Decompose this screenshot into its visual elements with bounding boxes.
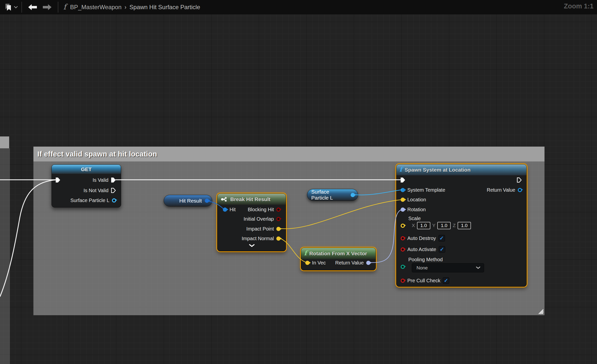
get-isnotvalid-label: Is Not Valid — [83, 188, 108, 193]
spawn-rotation-row[interactable]: Rotation — [401, 205, 426, 214]
scale-y-input[interactable]: 1.0 — [437, 222, 451, 229]
object-pin-icon[interactable] — [112, 198, 116, 203]
pooling-method-dropdown[interactable]: None — [412, 263, 484, 272]
break-title: Break Hit Result — [230, 196, 270, 202]
spawn-autoactivate-label: Auto Activate — [407, 247, 436, 252]
spawn-returnvalue-row[interactable]: Return Value — [467, 186, 522, 194]
vector-pin-icon[interactable] — [276, 227, 281, 231]
object-pin-icon[interactable] — [205, 199, 209, 203]
spawn-title: Spawn System at Location — [405, 167, 470, 173]
comment-header[interactable]: If effect valid spawn at hit location — [33, 147, 545, 161]
toolbar-divider — [58, 2, 58, 13]
spawn-autodestroy-row[interactable]: Auto Destroy ✓ — [401, 234, 445, 242]
spawn-location-row[interactable]: Location — [401, 195, 426, 204]
spawn-exec-in-pin[interactable] — [400, 176, 405, 184]
rfxv-title: Rotation From X Vector — [309, 251, 367, 257]
enum-pin-icon[interactable] — [401, 265, 405, 269]
spawn-autoactivate-row[interactable]: Auto Activate ✓ — [401, 245, 445, 254]
expand-chevron-icon[interactable] — [249, 244, 255, 247]
breadcrumb-separator: › — [125, 4, 127, 11]
spawn-poolingmethod-label: Pooling Method — [408, 257, 443, 262]
vector-pin-icon[interactable] — [276, 236, 281, 241]
chevron-down-icon — [476, 266, 480, 269]
chevron-down-icon[interactable] — [14, 6, 18, 8]
hit-result-label: Hit Result — [179, 198, 202, 204]
spawn-autodestroy-label: Auto Destroy — [407, 235, 436, 241]
forward-arrow-icon[interactable] — [42, 4, 52, 10]
get-surfaceparticle-label: Surface Particle L — [70, 198, 109, 203]
break-impactpoint-row[interactable]: Impact Point — [234, 225, 281, 233]
node-surface-particle[interactable]: Surface Particle L — [307, 189, 358, 201]
spawn-scale-label: Scale — [408, 216, 421, 221]
spawn-scale-pin[interactable] — [401, 221, 405, 230]
spawn-header[interactable]: f Spawn System at Location — [396, 164, 526, 175]
rfxv-header[interactable]: f Rotation From X Vector — [301, 248, 376, 259]
spawn-precullcheck-label: Pre Cull Check — [407, 278, 440, 284]
vector-pin-icon[interactable] — [401, 224, 405, 228]
bool-pin-icon[interactable] — [401, 247, 405, 252]
rfxv-invec-row[interactable]: In Vec — [305, 259, 326, 267]
node-spawn-system-at-location[interactable]: f Spawn System at Location System Templa… — [396, 164, 527, 287]
break-initialoverlap-row[interactable]: Initial Overlap — [234, 215, 281, 223]
bool-pin-icon[interactable] — [276, 208, 281, 212]
auto-activate-checkbox[interactable]: ✓ — [439, 246, 445, 253]
exec-pin-icon — [401, 178, 405, 182]
function-icon: f — [399, 166, 402, 173]
rotator-pin-icon[interactable] — [366, 261, 370, 265]
vector-pin-icon[interactable] — [305, 261, 310, 265]
scale-x-label: X — [412, 223, 415, 228]
back-arrow-icon[interactable] — [28, 4, 37, 10]
break-header[interactable]: Break Hit Result — [217, 194, 286, 205]
spawn-returnvalue-label: Return Value — [487, 187, 515, 193]
break-impactnormal-label: Impact Normal — [242, 236, 274, 241]
breadcrumb-function[interactable]: Spawn Hit Surface Particle — [130, 4, 200, 11]
spawn-systemtemplate-label: System Template — [407, 187, 445, 193]
rotator-pin-icon[interactable] — [401, 208, 405, 212]
graph-toolbar: f BP_MasterWeapon › Spawn Hit Surface Pa… — [0, 0, 597, 14]
node-get-title: GET — [81, 166, 92, 172]
breadcrumb-blueprint[interactable]: BP_MasterWeapon — [70, 4, 122, 11]
node-get-header[interactable]: GET — [52, 165, 121, 174]
break-struct-icon — [220, 196, 228, 202]
bookmark-button[interactable] — [4, 4, 18, 10]
spawn-exec-out-pin[interactable] — [512, 176, 522, 184]
comment-resize-handle[interactable] — [537, 308, 544, 314]
get-isnotvalid-row[interactable]: Is Not Valid — [66, 186, 116, 195]
exec-pin-hollow-icon[interactable] — [111, 188, 116, 193]
spawn-scale-row: X 1.0 Y 1.0 Z 1.0 — [412, 221, 471, 230]
spawn-rotation-label: Rotation — [407, 207, 426, 212]
bool-pin-icon[interactable] — [401, 236, 405, 240]
spawn-location-label: Location — [407, 197, 426, 203]
bool-pin-icon[interactable] — [276, 217, 281, 221]
break-blockinghit-label: Blocking Hit — [248, 207, 274, 212]
scale-x-input[interactable]: 1.0 — [417, 222, 430, 229]
break-blockinghit-row[interactable]: Blocking Hit — [234, 205, 281, 214]
node-hit-result[interactable]: Hit Result — [164, 195, 212, 207]
pre-cull-check-checkbox[interactable]: ✓ — [443, 277, 449, 284]
partial-comment-body — [0, 148, 10, 364]
break-impactnormal-row[interactable]: Impact Normal — [234, 234, 281, 243]
pooling-method-value: None — [416, 265, 428, 271]
node-rotation-from-x-vector[interactable]: f Rotation From X Vector In Vec Return V… — [301, 248, 376, 270]
object-pin-icon[interactable] — [518, 188, 522, 192]
object-pin-icon[interactable] — [401, 188, 405, 192]
scale-z-input[interactable]: 1.0 — [458, 222, 471, 229]
get-surfaceparticle-row[interactable]: Surface Particle L — [57, 196, 116, 205]
get-isvalid-row[interactable]: Is Valid — [66, 176, 116, 184]
node-break-hit-result[interactable]: Break Hit Result Hit Blocking Hit Initia… — [217, 193, 286, 251]
node-get[interactable]: GET Is Valid Is Not Valid Surface Partic… — [52, 164, 121, 208]
object-pin-icon[interactable] — [351, 193, 355, 197]
blueprint-graph-canvas[interactable]: If effect valid spawn at hit location GE… — [0, 0, 597, 364]
spawn-systemtemplate-row[interactable]: System Template — [401, 186, 445, 194]
spawn-precullcheck-row[interactable]: Pre Cull Check ✓ — [401, 276, 449, 285]
spawn-poolingmethod-pin[interactable] — [401, 262, 405, 271]
get-exec-in-pin[interactable] — [55, 176, 63, 184]
object-pin-icon[interactable] — [223, 208, 227, 212]
vector-pin-icon[interactable] — [401, 198, 405, 202]
auto-destroy-checkbox[interactable]: ✓ — [439, 235, 445, 241]
rfxv-returnvalue-row[interactable]: Return Value — [323, 259, 370, 267]
bool-pin-icon[interactable] — [401, 279, 405, 283]
partial-comment-header[interactable] — [0, 136, 9, 148]
exec-pin-hollow-icon — [517, 177, 522, 183]
exec-pin-icon[interactable] — [111, 177, 116, 183]
